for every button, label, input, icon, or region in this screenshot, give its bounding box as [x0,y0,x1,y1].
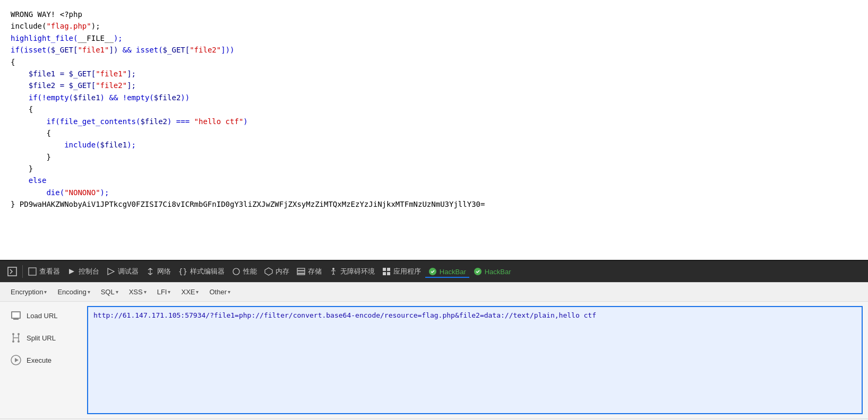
performance-tab[interactable]: 性能 [229,265,260,278]
code-line: else [11,174,857,186]
svg-point-22 [18,340,20,343]
svg-rect-18 [13,318,19,320]
code-line: } [11,163,857,174]
applications-tab[interactable]: 应用程序 [379,265,424,278]
hackbar-panel: Encryption ▾ Encoding ▾ SQL ▾ XSS ▾ LFI … [0,282,868,420]
svg-rect-12 [383,272,386,275]
svg-rect-6 [297,268,305,270]
sql-menu[interactable]: SQL ▾ [97,286,123,298]
code-line: $file2 = $_GET["file2"]; [11,80,857,91]
svg-point-20 [18,333,20,335]
load-url-button[interactable]: Load URL [5,306,80,325]
code-line: die("NONONO"); [11,187,857,198]
memory-tab[interactable]: 内存 [261,265,293,278]
xss-menu[interactable]: XSS ▾ [125,286,151,298]
execute-button[interactable]: Execute [5,351,80,370]
code-line: } PD9waHAKZWNobyAiV1JPTkcgV0FZISI7Ci8vIC… [11,198,857,210]
svg-rect-17 [12,312,20,318]
code-line: if(isset($_GET["file1"]) && isset($_GET[… [11,44,857,56]
svg-point-19 [12,333,14,335]
svg-marker-2 [69,269,74,274]
load-url-icon [10,309,22,322]
code-line: highlight_file(__FILE__); [11,32,857,44]
url-input[interactable] [87,306,863,414]
xxe-menu[interactable]: XXE ▾ [177,286,203,298]
inspector-tab[interactable]: 查看器 [25,265,63,278]
execute-icon [10,354,22,366]
split-url-button[interactable]: Split URL [5,328,80,347]
code-line: if(!empty($file1) && !empty($file2)) [11,92,857,103]
devtools-toolbar: 查看器 控制台 调试器 网络 {} 样式编辑器 性能 内存 存储 无障碍环境 应… [0,260,868,282]
svg-rect-1 [29,268,36,275]
encryption-menu[interactable]: Encryption ▾ [6,286,51,298]
other-arrow: ▾ [228,289,230,295]
code-line: } [11,151,857,163]
lfi-menu[interactable]: LFI ▾ [153,286,175,298]
svg-point-9 [332,268,334,270]
devtools-icon[interactable] [4,265,20,278]
code-line: { [11,56,857,68]
code-line: { [11,127,857,139]
code-line: if(file_get_contents($file2) === "hello … [11,116,857,127]
style-editor-tab[interactable]: {} 样式编辑器 [175,265,228,278]
hackbar-content: Load URL Split URL Execute [0,302,868,418]
hackbar-menu: Encryption ▾ Encoding ▾ SQL ▾ XSS ▾ LFI … [0,283,868,302]
svg-marker-5 [265,268,272,275]
right-panel [85,302,868,418]
code-line: include("flag.php"); [11,20,857,32]
svg-rect-13 [387,272,390,275]
hackbar-tab-2[interactable]: HackBar [470,265,514,278]
storage-tab[interactable]: 存储 [294,265,325,278]
svg-rect-10 [383,268,386,271]
encoding-menu[interactable]: Encoding ▾ [53,286,94,298]
code-display: WRONG WAY! <?phpinclude("flag.php");high… [0,0,868,260]
sql-arrow: ▾ [116,289,118,295]
encryption-arrow: ▾ [44,289,47,295]
hackbar-tab-1[interactable]: HackBar [425,265,469,278]
xxe-arrow: ▾ [196,289,199,295]
lfi-arrow: ▾ [168,289,170,295]
url-input-container [87,306,863,414]
console-tab[interactable]: 控制台 [64,265,102,278]
encoding-arrow: ▾ [88,289,90,295]
split-url-icon [10,331,22,344]
other-menu[interactable]: Other ▾ [205,286,235,298]
svg-point-4 [233,268,239,275]
code-line: WRONG WAY! <?php [11,8,857,20]
divider [22,265,23,278]
action-buttons: Load URL Split URL Execute [0,302,85,418]
accessibility-tab[interactable]: 无障碍环境 [326,265,378,278]
network-tab[interactable]: 网络 [143,265,174,278]
code-line: include($file1); [11,139,857,151]
xss-arrow: ▾ [144,289,147,295]
svg-rect-11 [387,268,390,271]
svg-rect-7 [297,271,305,273]
svg-point-21 [12,340,14,343]
svg-marker-24 [15,358,19,362]
code-line: { [11,103,857,115]
svg-rect-8 [297,274,305,275]
debugger-tab[interactable]: 调试器 [104,265,142,278]
code-line: $file1 = $_GET["file1"]; [11,68,857,80]
svg-marker-3 [108,268,114,275]
